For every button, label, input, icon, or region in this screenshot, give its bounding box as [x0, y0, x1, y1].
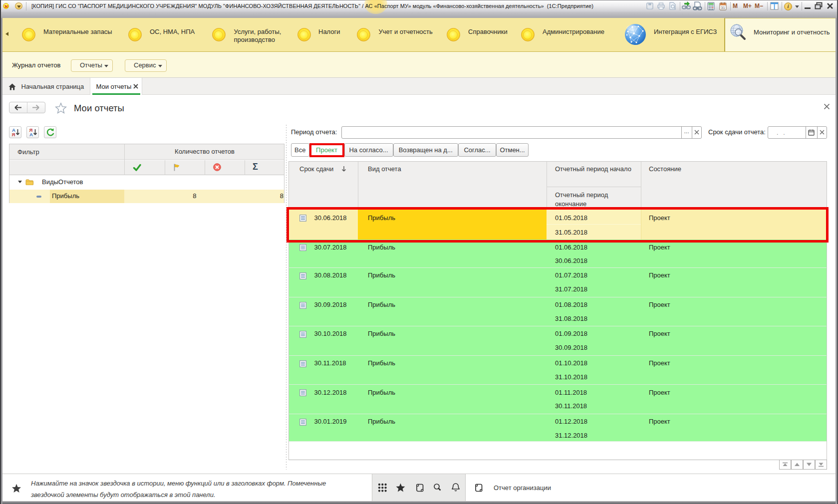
svg-text:31: 31 [721, 5, 725, 10]
svg-text:А: А [29, 132, 33, 137]
svg-text:Я: Я [12, 132, 15, 137]
